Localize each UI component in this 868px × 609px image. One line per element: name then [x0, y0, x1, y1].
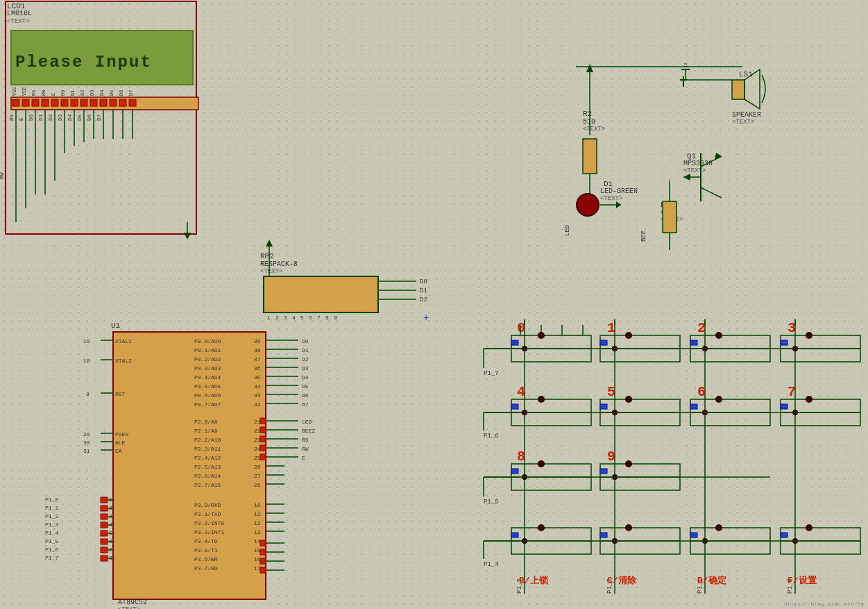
svg-text:RW: RW — [0, 172, 5, 179]
svg-rect-337 — [511, 533, 518, 537]
svg-text:<TEXT>: <TEXT> — [118, 606, 140, 609]
svg-rect-233 — [583, 139, 597, 174]
svg-text:BEE: BEE — [640, 231, 647, 242]
svg-text:VEE: VEE — [22, 87, 27, 96]
svg-text:D2: D2 — [80, 90, 85, 96]
svg-text:13: 13 — [254, 529, 261, 535]
svg-text:D0: D0 — [420, 278, 427, 285]
svg-text:P3.5/T1: P3.5/T1 — [194, 547, 218, 553]
svg-point-301 — [538, 396, 545, 403]
svg-text:ALE: ALE — [115, 440, 126, 446]
svg-text:7: 7 — [788, 384, 796, 400]
svg-text:D5: D5 — [302, 383, 309, 390]
svg-text:35: 35 — [254, 374, 261, 381]
svg-text:D3: D3 — [302, 365, 309, 372]
svg-text:RW: RW — [41, 90, 46, 96]
svg-marker-251 — [683, 174, 690, 181]
svg-point-278 — [538, 332, 545, 339]
svg-text:RESPACK-8: RESPACK-8 — [260, 260, 298, 268]
svg-text:P0.1/AD1: P0.1/AD1 — [194, 347, 221, 353]
svg-text:9: 9 — [86, 391, 90, 397]
svg-text:D3: D3 — [90, 90, 95, 96]
svg-text:RST: RST — [115, 391, 126, 397]
svg-text:21: 21 — [254, 419, 261, 425]
svg-rect-21 — [22, 99, 29, 106]
svg-text:P3.0/RXD: P3.0/RXD — [194, 502, 221, 508]
svg-point-332 — [625, 460, 632, 467]
svg-text:P1_4: P1_4 — [484, 561, 499, 568]
svg-point-314 — [715, 396, 722, 403]
svg-rect-227 — [260, 567, 266, 573]
svg-rect-171 — [260, 418, 266, 424]
svg-text:<TEXT>: <TEXT> — [600, 195, 622, 202]
svg-text:33: 33 — [254, 392, 261, 399]
svg-text:P3.3/INT1: P3.3/INT1 — [194, 529, 224, 535]
svg-text:LED: LED — [564, 225, 571, 236]
svg-rect-344 — [600, 533, 607, 537]
svg-text:34: 34 — [254, 383, 261, 390]
svg-text:LM016L: LM016L — [7, 10, 32, 17]
svg-text:P1_1: P1_1 — [45, 505, 58, 511]
svg-text:P2.0/A8: P2.0/A8 — [194, 419, 218, 425]
svg-text:D1: D1 — [37, 114, 44, 121]
svg-rect-191 — [260, 454, 266, 460]
svg-text:<TEXT>: <TEXT> — [732, 119, 754, 126]
svg-marker-73 — [266, 240, 273, 247]
svg-text:D4: D4 — [302, 374, 309, 381]
svg-text:1: 1 — [267, 315, 271, 321]
svg-rect-287 — [600, 340, 607, 345]
svg-text:15: 15 — [254, 547, 261, 553]
svg-text:8: 8 — [517, 449, 525, 465]
svg-text:D5: D5 — [109, 90, 114, 96]
svg-text:5: 5 — [300, 315, 304, 321]
svg-text:F/设置: F/设置 — [788, 575, 817, 586]
svg-text:D3: D3 — [57, 114, 63, 121]
svg-text:PSEN: PSEN — [115, 431, 128, 437]
svg-text:E: E — [51, 93, 56, 96]
svg-point-351 — [806, 524, 812, 531]
svg-text:4: 4 — [292, 315, 296, 321]
svg-rect-352 — [781, 533, 788, 537]
svg-marker-58 — [184, 233, 191, 240]
svg-text:36: 36 — [254, 365, 261, 372]
svg-text:RS: RS — [302, 437, 309, 443]
svg-rect-120 — [101, 531, 108, 536]
svg-text:P1_5: P1_5 — [45, 538, 58, 544]
svg-text:D2: D2 — [302, 356, 309, 362]
svg-text:17: 17 — [254, 565, 261, 572]
svg-text:P3.1/TXD: P3.1/TXD — [194, 511, 221, 517]
svg-text:P1_6: P1_6 — [45, 547, 58, 553]
svg-text:39: 39 — [254, 338, 261, 344]
svg-text:D6: D6 — [119, 90, 124, 96]
svg-point-347 — [715, 524, 722, 531]
svg-text:29: 29 — [83, 431, 90, 437]
svg-marker-241 — [616, 201, 621, 208]
svg-text:D4: D4 — [67, 114, 73, 121]
svg-point-336 — [538, 524, 545, 531]
svg-text:https://blog.csdn.net/ay: https://blog.csdn.net/ay — [784, 601, 864, 607]
svg-text:6: 6 — [697, 384, 706, 400]
svg-text:P0.7/AD7: P0.7/AD7 — [194, 401, 221, 408]
svg-rect-62 — [264, 276, 378, 312]
svg-text:11: 11 — [254, 511, 261, 517]
svg-rect-25 — [61, 99, 68, 106]
svg-rect-30 — [110, 99, 117, 106]
svg-text:P1_4: P1_4 — [45, 530, 58, 536]
svg-text:D6: D6 — [302, 392, 309, 399]
svg-text:1: 1 — [607, 320, 615, 336]
svg-rect-26 — [71, 99, 78, 106]
svg-rect-279 — [511, 340, 518, 345]
svg-rect-315 — [690, 404, 697, 409]
svg-rect-348 — [690, 533, 697, 537]
svg-text:XTAL1: XTAL1 — [115, 338, 132, 344]
svg-text:25: 25 — [254, 455, 261, 461]
svg-rect-82 — [113, 332, 266, 599]
svg-text:P1_5: P1_5 — [484, 499, 499, 506]
svg-rect-128 — [101, 547, 108, 553]
svg-rect-132 — [101, 556, 108, 561]
svg-text:RS: RS — [31, 90, 37, 96]
svg-text:BEEZ: BEEZ — [302, 428, 315, 434]
svg-text:37: 37 — [254, 356, 261, 362]
svg-text:E: E — [302, 455, 305, 461]
svg-text:P1_2: P1_2 — [45, 513, 58, 519]
